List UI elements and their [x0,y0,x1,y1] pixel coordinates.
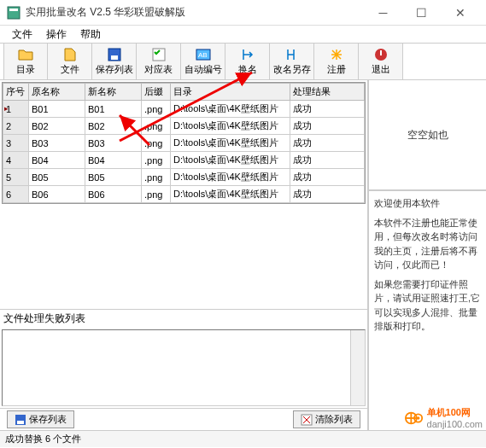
titlebar: 实用批量改名 V2.5 华彩联盟破解版 ─ ☐ ✕ [0,0,486,26]
info-p1: 本软件不注册也能正常使用，但每次改名时将访问我的主页，注册后将不再访问，仅此而已… [374,216,481,272]
tool-rename[interactable]: 换名 [225,44,270,79]
table-row[interactable]: 2B02B02.pngD:\tools\桌面\4K壁纸图片成功 [3,118,365,135]
save-icon [107,47,122,62]
col-result[interactable]: 处理结果 [290,84,365,101]
table-row[interactable]: 4B04B04.pngD:\tools\桌面\4K壁纸图片成功 [3,152,365,169]
window-title: 实用批量改名 V2.5 华彩联盟破解版 [26,5,364,20]
tag-ab-icon: AB [196,47,211,62]
svg-text:AB: AB [198,51,208,59]
file-icon [62,47,78,62]
asterisk-icon [329,47,344,62]
toolbar: 目录 文件 保存列表 对应表 AB自动编号 换名 改名另存 注册 退出 [0,43,486,80]
watermark-brand: 单机100网 [427,406,483,419]
preview-empty: 空空如也 [369,80,486,191]
tool-exit[interactable]: 退出 [359,44,403,79]
folder-open-icon [18,47,33,62]
svg-point-16 [416,416,419,420]
col-new[interactable]: 新名称 [85,84,142,101]
clear-list-button[interactable]: 清除列表 [293,410,360,428]
watermark-logo-icon [405,409,424,428]
menu-op[interactable]: 操作 [39,26,73,44]
minimize-button[interactable]: ─ [364,0,402,26]
exit-icon [373,47,389,62]
table-row[interactable]: 1B01B01.pngD:\tools\桌面\4K壁纸图片成功 [3,101,365,118]
tool-dir[interactable]: 目录 [3,44,48,79]
fail-list[interactable] [2,329,366,406]
svg-rect-10 [17,421,24,424]
file-table[interactable]: 序号 原名称 新名称 后缀 目录 处理结果 1B01B01.pngD:\tool… [2,82,366,204]
checklist-icon [151,47,167,62]
app-icon [7,6,20,20]
svg-rect-1 [9,9,18,11]
col-old[interactable]: 原名称 [29,84,85,101]
close-button[interactable]: ✕ [441,0,479,26]
info-p2: 如果您需要打印证件照片，请试用证照速打王,它可以实现多人混排、批量排版和打印。 [374,277,481,334]
svg-rect-3 [111,55,118,60]
tool-savelist[interactable]: 保存列表 [92,44,137,79]
watermark: 单机100网 danji100.com [405,406,483,429]
menubar: 文件 操作 帮助 [0,26,486,43]
saveas-icon [284,47,300,62]
welcome-text: 欢迎使用本软件 [374,196,481,211]
watermark-url: danji100.com [427,419,483,429]
table-row[interactable]: 6B06B06.pngD:\tools\桌面\4K壁纸图片成功 [3,186,365,203]
table-row[interactable]: 3B03B03.pngD:\tools\桌面\4K壁纸图片成功 [3,135,365,152]
menu-file[interactable]: 文件 [5,26,39,44]
maximize-button[interactable]: ☐ [402,0,441,26]
menu-help[interactable]: 帮助 [73,26,108,44]
table-row[interactable]: 5B05B05.pngD:\tools\桌面\4K壁纸图片成功 [3,169,365,186]
col-ext[interactable]: 后缀 [142,84,171,101]
info-panel: 欢迎使用本软件 本软件不注册也能正常使用，但每次改名时将访问我的主页，注册后将不… [369,191,486,430]
col-dir[interactable]: 目录 [171,84,290,101]
tool-reg[interactable]: 注册 [314,44,359,79]
save-list-button[interactable]: 保存列表 [7,410,74,428]
tool-map[interactable]: 对应表 [137,44,181,79]
fail-list-label: 文件处理失败列表 [0,309,367,328]
tool-file[interactable]: 文件 [48,44,92,79]
status-bar: 成功替换 6 个文件 [0,430,486,447]
tool-auto[interactable]: AB自动编号 [181,44,225,79]
rename-icon [240,47,255,62]
col-no[interactable]: 序号 [3,84,29,101]
status-text: 成功替换 6 个文件 [5,433,81,445]
svg-rect-8 [380,50,382,55]
tool-saveas[interactable]: 改名另存 [270,44,314,79]
